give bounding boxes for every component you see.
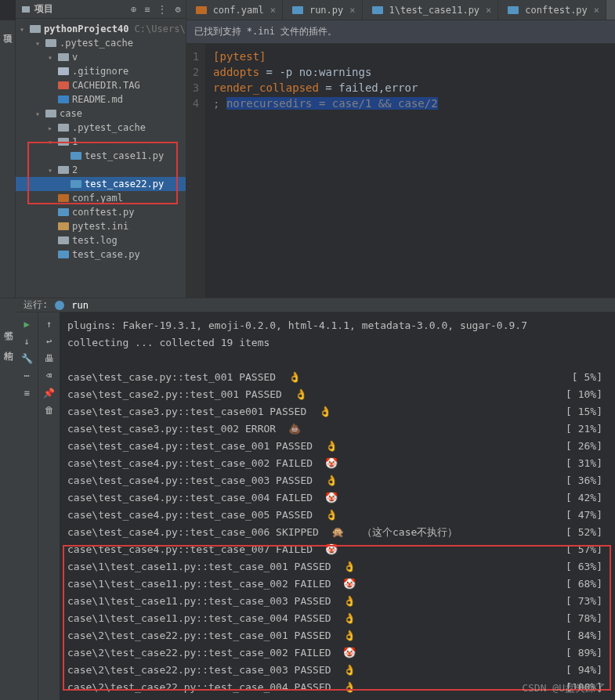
- project-icon: [20, 4, 31, 15]
- svg-rect-3: [58, 53, 69, 61]
- py-icon: [372, 5, 383, 15]
- tab-label: run.py: [309, 5, 343, 16]
- tree-item[interactable]: conftest.py: [16, 205, 186, 219]
- editor-pane: conf.yaml × run.py × 1\test_case11.py × …: [186, 0, 615, 298]
- close-icon[interactable]: ×: [594, 5, 599, 16]
- wrench-icon[interactable]: 🔧: [21, 353, 33, 364]
- svg-rect-14: [58, 208, 69, 216]
- tree-item[interactable]: conf.yaml: [16, 191, 186, 205]
- tree-item[interactable]: CACHEDIR.TAG: [16, 78, 186, 92]
- tree-item[interactable]: test.log: [16, 233, 186, 247]
- tree-item[interactable]: test_case.py: [16, 247, 186, 262]
- svg-rect-21: [508, 6, 519, 14]
- test-result-line: case\1\test_case11.py::test_case_002 FAI…: [67, 576, 607, 593]
- run-panel: 书签 结构 运行: run ▶ ↓ 🔧 ⋯ ≡ ↑ ↩ 🖶 ⌫ 📌 🗑: [0, 298, 615, 700]
- target-icon[interactable]: ⊕: [131, 4, 136, 15]
- code-line[interactable]: [pytest]: [213, 49, 438, 64]
- more-icon[interactable]: ⋯: [24, 370, 29, 381]
- trash-icon[interactable]: 🗑: [45, 405, 54, 416]
- tree-item[interactable]: test_case22.py: [16, 177, 186, 191]
- code-line[interactable]: render_collapsed = failed,error: [213, 80, 438, 96]
- svg-rect-18: [196, 6, 207, 14]
- project-sidebar: 项目 ⊕ ≡ ⋮ ⚙ pythonProject40 C:\Users\ .py…: [16, 0, 186, 298]
- tab-label: conf.yaml: [213, 5, 264, 16]
- tree-item[interactable]: test_case11.py: [16, 149, 186, 163]
- test-result-line: case\test_case4.py::test_case_002 FAILED…: [67, 455, 607, 472]
- bars-icon[interactable]: ≡: [24, 388, 29, 399]
- tree-item[interactable]: pytest.ini: [16, 219, 186, 233]
- svg-rect-20: [372, 6, 383, 14]
- sidebar-header: 项目 ⊕ ≡ ⋮ ⚙: [16, 0, 186, 19]
- run-header-label: 运行:: [24, 298, 48, 312]
- test-result-line: case\2\test_case22.py::test_case_002 FAI…: [67, 644, 607, 662]
- close-icon[interactable]: ×: [486, 5, 491, 16]
- editor-tab[interactable]: pytest.ini ×: [606, 0, 615, 20]
- svg-rect-17: [58, 251, 69, 258]
- test-result-line: case\test_case3.py::test_case001 PASSED …: [67, 403, 607, 420]
- tree-item[interactable]: .pytest_cache: [16, 36, 186, 50]
- svg-rect-10: [71, 152, 81, 160]
- svg-rect-0: [22, 6, 30, 13]
- hide-icon[interactable]: ⋮: [157, 4, 167, 15]
- pin-icon[interactable]: 📌: [43, 388, 55, 399]
- tree-item[interactable]: README.md: [16, 92, 186, 106]
- project-tree[interactable]: pythonProject40 C:\Users\ .pytest_cache …: [16, 19, 186, 298]
- svg-rect-11: [58, 166, 69, 174]
- test-result-line: case\1\test_case11.py::test_case_001 PAS…: [67, 558, 607, 576]
- collapse-icon[interactable]: ≡: [144, 4, 150, 15]
- test-result-line: case\test_case4.py::test_case_004 FAILED…: [67, 489, 607, 507]
- play-icon[interactable]: ▶: [24, 319, 29, 330]
- tree-item[interactable]: 2: [16, 163, 186, 177]
- run-left-tabs: 书签 结构: [0, 298, 16, 700]
- test-result-line: case\1\test_case11.py::test_case_004 PAS…: [67, 610, 607, 627]
- test-result-line: case\test_case4.py::test_case_005 PASSED…: [67, 507, 607, 524]
- tree-item[interactable]: 1: [16, 135, 186, 149]
- plugin-banner[interactable]: 已找到支持 *.ini 文件的插件。: [186, 20, 615, 44]
- test-result-line: case\2\test_case22.py::test_case_003 PAS…: [67, 662, 607, 679]
- run-config-name: run: [71, 300, 89, 311]
- code-area[interactable]: 1234 [pytest]addopts = -p no:warningsren…: [186, 44, 615, 298]
- gear-icon[interactable]: ⚙: [175, 4, 180, 15]
- tree-item[interactable]: .pytest_cache: [16, 121, 186, 135]
- close-icon[interactable]: ×: [270, 5, 276, 16]
- test-result-line: case\test_case4.py::test_case_006 SKIPPE…: [67, 524, 607, 541]
- tree-item[interactable]: v: [16, 50, 186, 64]
- tree-item[interactable]: case: [16, 106, 186, 121]
- code-line[interactable]: addopts = -p no:warnings: [213, 64, 438, 80]
- editor-tabs: conf.yaml × run.py × 1\test_case11.py × …: [186, 0, 615, 20]
- tree-item[interactable]: .gitignore: [16, 64, 186, 78]
- code-lines[interactable]: [pytest]addopts = -p no:warningsrender_c…: [205, 44, 446, 298]
- down-icon[interactable]: ↓: [24, 336, 29, 347]
- up-icon[interactable]: ↑: [46, 319, 52, 330]
- line-gutter: 1234: [186, 44, 205, 298]
- tab-label: 1\test_case11.py: [389, 5, 480, 16]
- editor-tab[interactable]: conf.yaml ×: [186, 0, 283, 20]
- tree-root[interactable]: pythonProject40 C:\Users\: [16, 22, 186, 36]
- console-line: plugins: Faker-19.3.1, emoji-0.2.0, html…: [67, 317, 607, 334]
- sidebar-title: 项目: [34, 2, 53, 16]
- py-icon: [54, 300, 65, 311]
- py-icon: [292, 5, 303, 15]
- watermark: CSDN @U盘失踪了: [522, 681, 606, 695]
- wrap-icon[interactable]: ↩: [46, 336, 52, 347]
- run-header: 运行: run: [16, 298, 615, 312]
- console-output[interactable]: plugins: Faker-19.3.1, emoji-0.2.0, html…: [60, 312, 615, 700]
- editor-tab[interactable]: conftest.py ×: [498, 0, 606, 20]
- svg-rect-9: [58, 138, 69, 146]
- svg-rect-5: [58, 81, 69, 89]
- print-icon[interactable]: 🖶: [45, 353, 54, 364]
- svg-rect-4: [58, 67, 69, 75]
- console-line: collecting ... collected 19 items: [67, 334, 607, 352]
- code-line[interactable]: ; norecursedirs = case/1 && case/2: [213, 96, 438, 111]
- editor-tab[interactable]: 1\test_case11.py ×: [363, 0, 499, 20]
- yaml-icon: [196, 5, 207, 15]
- eraser-icon[interactable]: ⌫: [46, 370, 52, 381]
- py-icon: [508, 5, 519, 15]
- svg-rect-16: [58, 236, 69, 244]
- test-result-line: case\2\test_case22.py::test_case_001 PAS…: [67, 627, 607, 644]
- svg-rect-1: [30, 25, 41, 33]
- svg-rect-6: [58, 96, 69, 103]
- run-toolbar-left: ▶ ↓ 🔧 ⋯ ≡: [16, 312, 38, 700]
- editor-tab[interactable]: run.py ×: [283, 0, 363, 20]
- close-icon[interactable]: ×: [349, 5, 355, 16]
